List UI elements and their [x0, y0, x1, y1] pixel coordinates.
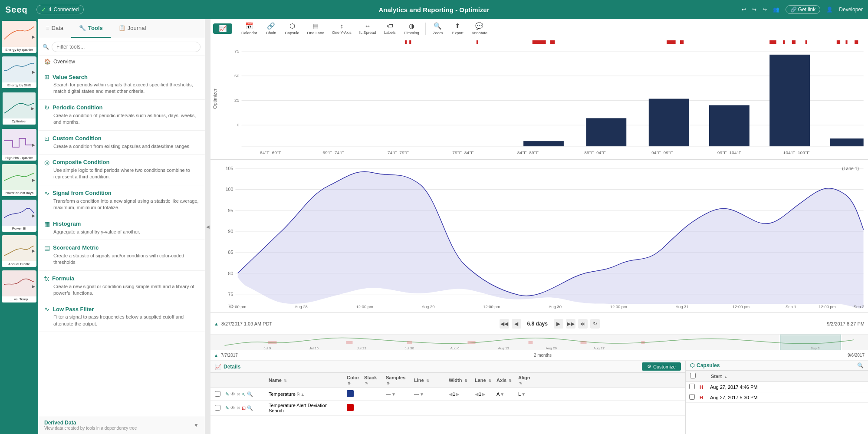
sidebar-card-7[interactable]: ... vs. Temp▶ [2, 270, 36, 302]
forward-icon[interactable]: ↪ [763, 7, 767, 13]
nav-step-right-button[interactable]: ▶ [554, 319, 563, 329]
spread-button[interactable]: ↔ IL Spread [356, 21, 380, 36]
sidebar-card-img-6 [2, 235, 36, 261]
details-tab[interactable]: 📈 Details [215, 364, 240, 370]
row-search-icon[interactable]: 🔍 [247, 391, 253, 397]
row2-eye-icon[interactable]: 👁 [230, 405, 235, 411]
svg-text:Sep 1: Sep 1 [786, 305, 796, 309]
row-edit-icon[interactable]: ✎ [225, 391, 229, 397]
chain-button[interactable]: 🔗 Chain [262, 21, 281, 36]
row2-edit-icon[interactable]: ✎ [225, 405, 229, 411]
overview-link[interactable]: 🏠 Overview [38, 56, 205, 67]
row-line-2 [411, 407, 446, 409]
zoom-button[interactable]: 🔍 Zoom [428, 21, 447, 36]
tool-item-7[interactable]: fxFormulaCreate a new signal or conditio… [38, 271, 205, 302]
tool-name-5: Histogram [53, 220, 81, 227]
chart-type-button[interactable]: 📈 [213, 23, 232, 34]
sidebar-card-label-4: Power on hot days [2, 190, 36, 196]
dimming-button[interactable]: ◑ Dimming [400, 21, 423, 36]
svg-text:69°F–74°F: 69°F–74°F [322, 150, 344, 155]
histogram-svg-area: 75 50 25 0 [219, 38, 868, 159]
collapse-handle[interactable]: ◀ [205, 19, 210, 434]
row-color-2[interactable] [347, 404, 354, 411]
row-axis-1: A▼ [494, 391, 516, 398]
redo-icon[interactable]: ↪ [752, 7, 756, 13]
svg-rect-27 [533, 40, 546, 44]
svg-text:(Lane 1): (Lane 1) [842, 166, 859, 171]
tool-item-1[interactable]: ↻Periodic ConditionCreate a condition of… [38, 100, 205, 131]
customize-button[interactable]: ⚙ Customize [642, 362, 681, 371]
row2-search-icon[interactable]: 🔍 [247, 405, 253, 411]
nav-step-left-button[interactable]: ◀ [512, 319, 521, 329]
tool-name-4: Signal from Condition [53, 190, 112, 196]
table-row: ✎ 👁 ✕ ∿ 🔍 Temperature ⎘ ℹ [210, 388, 685, 401]
row-x-icon[interactable]: ✕ [237, 391, 240, 397]
nav-skip-start-button[interactable]: ◀◀ [500, 319, 509, 329]
svg-text:Aug 20: Aug 20 [546, 346, 557, 350]
svg-text:95: 95 [228, 208, 233, 213]
row-checkbox-1[interactable] [215, 391, 220, 397]
users-icon[interactable]: 👥 [773, 7, 779, 13]
sidebar-card-2[interactable]: Optimizer▶ [2, 92, 36, 125]
tool-item-2[interactable]: ⊡Custom ConditionCreate a condition from… [38, 131, 205, 155]
tab-tools[interactable]: 🔧 Tools [71, 19, 111, 38]
sidebar-card-label-1: Energy by Shift [2, 82, 36, 89]
nav-last-button[interactable]: ⏭ [578, 319, 588, 329]
capsules-tab[interactable]: ⬡ Capsules [690, 362, 720, 368]
col-samples-header: Samples ⇅ [383, 374, 411, 386]
sidebar-card-6[interactable]: Annual Profile▶ [2, 235, 36, 267]
svg-text:Aug 27: Aug 27 [594, 346, 605, 350]
labels-label: Labels [384, 30, 396, 35]
sidebar-card-4[interactable]: Power on hot days▶ [2, 164, 36, 196]
row-checkbox-2[interactable] [215, 405, 220, 411]
one-lane-button[interactable]: ▤ One Lane [304, 21, 328, 36]
sidebar-card-5[interactable]: Power BI▶ [2, 200, 36, 232]
get-link-button[interactable]: 🔗 Get link [786, 5, 821, 14]
undo-icon[interactable]: ↩ [742, 7, 746, 13]
filter-input[interactable] [52, 42, 201, 52]
sidebar-chevron-1: ▶ [32, 70, 35, 74]
svg-text:100: 100 [226, 187, 233, 192]
capsules-search-icon[interactable]: 🔍 [857, 362, 864, 368]
connected-label: Connected [54, 7, 79, 13]
tool-item-6[interactable]: ▤Scorecard MetricCreate a statistic of s… [38, 240, 205, 271]
overview-label: Overview [53, 59, 75, 65]
one-y-axis-button[interactable]: ↕ One Y-Axis [329, 21, 355, 36]
spread-icon: ↔ [364, 22, 371, 30]
sidebar-card-1[interactable]: Energy by Shift▶ [2, 56, 36, 89]
tool-item-3[interactable]: ◎Composite ConditionUse simple logic to … [38, 155, 205, 185]
row-eye-icon[interactable]: 👁 [230, 391, 235, 397]
tool-item-0[interactable]: ⊞Value SearchSearch for periods within s… [38, 69, 205, 100]
annotate-button[interactable]: 💬 Annotate [468, 21, 491, 36]
sidebar-card-0[interactable]: Energy by quarter▶ [2, 21, 36, 53]
tab-journal[interactable]: 📋 Journal [111, 19, 154, 38]
capsules-check-all[interactable] [690, 373, 696, 378]
labels-button[interactable]: 🏷 Labels [380, 21, 399, 36]
nav-skip-end-button[interactable]: ▶▶ [566, 319, 575, 329]
tool-item-8[interactable]: ∿Low Pass FilterFilter a signal to pass … [38, 301, 205, 332]
derived-data-row[interactable]: Derived Data View data created by tools … [38, 416, 205, 434]
sidebar-card-3[interactable]: High Hrs - quarter▶ [2, 129, 36, 161]
sidebar-card-img-3 [2, 129, 36, 155]
capsules-table-header: Start ▲ [686, 371, 868, 382]
capsules-header: ⬡ Capsules 🔍 [686, 361, 868, 371]
cap-check-1[interactable] [689, 384, 695, 389]
calendar-button[interactable]: 📅 Calendar [238, 21, 261, 36]
export-button[interactable]: ⬆ Export [448, 21, 467, 36]
user-icon[interactable]: 👤 [826, 7, 833, 13]
row2-type-icon: ⊡ [242, 405, 246, 411]
svg-rect-70 [468, 341, 476, 344]
svg-text:12:00 pm: 12:00 pm [356, 305, 373, 309]
tool-icon-0: ⊞ [44, 73, 49, 80]
nav-refresh-button[interactable]: ↻ [590, 319, 600, 329]
tab-data[interactable]: ≡ Data [38, 19, 71, 38]
row2-x-icon[interactable]: ✕ [237, 405, 240, 411]
capsule-button[interactable]: ⬡ Capsule [282, 21, 303, 36]
tool-item-4[interactable]: ∿Signal from ConditionTransform a condit… [38, 185, 205, 216]
tool-item-5[interactable]: ▦HistogramAggregate a signal by y-value … [38, 216, 205, 240]
cap-check-2[interactable] [689, 394, 695, 400]
row-color-1[interactable] [347, 390, 354, 397]
svg-rect-68 [346, 341, 353, 344]
tool-name-0: Value Search [53, 74, 88, 80]
histogram-y-label: Optimizer [210, 38, 219, 159]
